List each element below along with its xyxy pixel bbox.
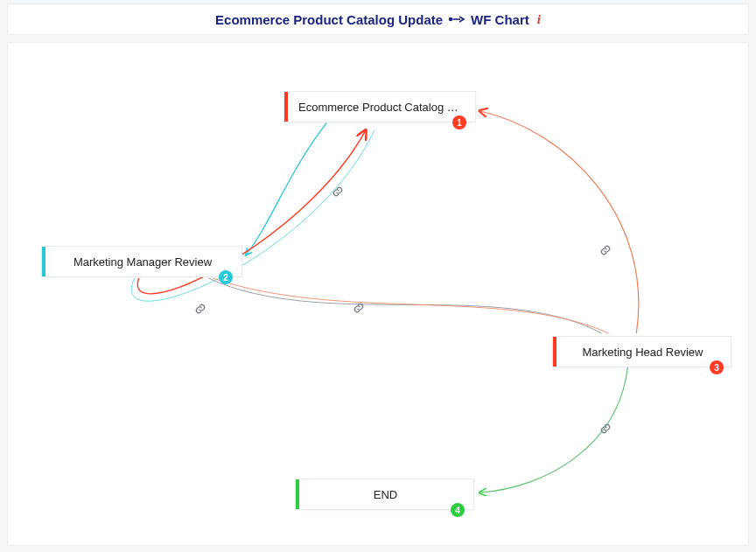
header-bar: Ecommerce Product Catalog Update WF Char… bbox=[7, 3, 749, 35]
node-badge: 4 bbox=[451, 503, 465, 517]
node-badge: 2 bbox=[219, 270, 233, 284]
wf-node-end[interactable]: END 4 bbox=[295, 479, 474, 510]
node-label: Marketing Head Review bbox=[556, 346, 731, 359]
node-label: END bbox=[299, 488, 473, 501]
flow-icon bbox=[448, 14, 466, 24]
title-left: Ecommerce Product Catalog Update bbox=[215, 12, 443, 27]
info-icon[interactable]: i bbox=[537, 12, 541, 27]
link-icon bbox=[353, 302, 365, 314]
workflow-canvas[interactable]: Ecommerce Product Catalog Up… 1 Marketin… bbox=[7, 42, 749, 546]
node-label: Marketing Manager Review bbox=[46, 255, 242, 269]
link-icon bbox=[332, 185, 344, 198]
wf-node-marketing-head-review[interactable]: Marketing Head Review 3 bbox=[552, 336, 732, 367]
link-icon bbox=[599, 244, 612, 256]
title-right: WF Chart bbox=[471, 12, 529, 27]
page-title: Ecommerce Product Catalog Update WF Char… bbox=[215, 12, 541, 27]
node-badge: 1 bbox=[452, 115, 466, 129]
node-badge: 3 bbox=[710, 360, 724, 374]
wf-node-marketing-manager-review[interactable]: Marketing Manager Review 2 bbox=[41, 246, 242, 277]
node-label: Ecommerce Product Catalog Up… bbox=[288, 101, 475, 114]
wf-node-start[interactable]: Ecommerce Product Catalog Up… 1 bbox=[284, 91, 476, 122]
svg-point-0 bbox=[449, 17, 452, 21]
link-icon bbox=[194, 303, 206, 315]
link-icon bbox=[599, 423, 612, 435]
